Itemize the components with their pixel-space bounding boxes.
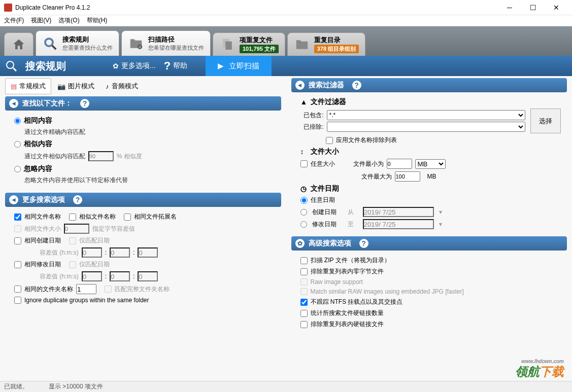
same-size-check (14, 225, 21, 232)
scan-now-button[interactable]: ▶ 立即扫描 (206, 56, 272, 76)
folder-depth-input[interactable] (76, 284, 96, 294)
music-icon: ♪ (106, 83, 109, 90)
close-button[interactable]: ✕ (545, 0, 568, 15)
tab-home[interactable] (4, 32, 33, 56)
tol-s-input2 (138, 271, 158, 281)
svg-line-1 (52, 45, 56, 49)
clock-icon: ◷ (300, 185, 308, 193)
status-display: 显示 >10000 项文件 (49, 382, 103, 391)
modified-date-radio[interactable] (300, 221, 307, 228)
tab-scan-path[interactable]: 扫描路径 您希望在哪里查找文件 (121, 30, 211, 56)
tab-subtitle: 您希望在哪里查找文件 (148, 44, 204, 52)
chevron-icon[interactable]: ◄ (295, 81, 305, 90)
menu-help[interactable]: 帮助(H) (87, 16, 108, 25)
tab-title: 重复目录 (314, 35, 359, 45)
right-column: ◄ 搜索过滤器 ? ▲文件过滤器 已包含: *.* 已排除: 选择 (286, 76, 573, 380)
help-icon[interactable]: ? (73, 195, 82, 204)
ignore-content-label: 忽略内容 (24, 164, 52, 173)
same-mdate-check[interactable] (14, 261, 21, 268)
tol-m-input2 (110, 271, 130, 281)
advanced-header: ✿ 高级搜索选项 ? (291, 236, 567, 251)
filter-icon: ▲ (300, 98, 308, 106)
min-unit-select[interactable]: MB (415, 159, 446, 169)
similar-content-radio[interactable] (14, 141, 21, 148)
titlebar: Duplicate Cleaner Pro 4.1.2 ─ ☐ ✕ (0, 0, 572, 15)
date-from-input[interactable] (363, 207, 434, 217)
menu-view[interactable]: 视图(V) (31, 16, 51, 25)
mode-normal[interactable]: ▤ 常规模式 (5, 78, 51, 94)
help-icon[interactable]: ? (359, 239, 368, 248)
ignore-content-radio[interactable] (14, 166, 21, 172)
count-hardlinks-check[interactable] (300, 310, 308, 317)
any-size-check[interactable] (300, 160, 308, 167)
no-ntfs-check[interactable] (300, 299, 308, 306)
help-icon[interactable]: ? (80, 99, 89, 108)
camera-icon: 📷 (57, 83, 65, 90)
files-icon (219, 37, 235, 53)
exclude-zero-check[interactable] (300, 268, 308, 275)
window-title: Duplicate Cleaner Pro 4.1.2 (15, 4, 498, 11)
maximize-button[interactable]: ☐ (521, 0, 545, 15)
any-date-radio[interactable] (300, 197, 308, 204)
same-ext-check[interactable] (124, 213, 131, 221)
count-badge: 101,795 文件 (240, 45, 279, 53)
ignore-groups-check[interactable] (14, 297, 21, 304)
same-folder-check[interactable] (14, 286, 21, 293)
included-select[interactable]: *.* (327, 110, 526, 120)
max-size-input[interactable] (395, 171, 420, 182)
date-to-input[interactable] (363, 219, 434, 229)
select-filter-button[interactable]: 选择 (530, 109, 561, 133)
resize-icon: ↕ (300, 148, 308, 156)
same-cdate-check[interactable] (14, 237, 21, 244)
svg-point-5 (7, 61, 14, 68)
exclude-hardlinks-check[interactable] (300, 321, 308, 328)
help-icon: ? (164, 59, 171, 73)
tol-m-input (110, 247, 130, 258)
more-search-header: ◄ 更多搜索选项 ? (5, 193, 281, 207)
menubar: 文件(F) 视图(V) 选项(O) 帮助(H) (0, 15, 572, 26)
chevron-icon[interactable]: ◄ (9, 99, 18, 108)
calendar-icon: ▾ (439, 221, 442, 228)
minimize-button[interactable]: ─ (498, 0, 521, 15)
app-icon (4, 4, 12, 12)
min-size-input[interactable] (387, 159, 412, 169)
raw-match-check (300, 288, 308, 295)
excluded-select[interactable] (327, 122, 526, 132)
chevron-icon[interactable]: ◄ (9, 195, 18, 204)
filters-header: ◄ 搜索过滤器 ? (291, 78, 567, 92)
folder-icon (128, 35, 144, 52)
more-options-button[interactable]: ✿ 更多选项... (113, 61, 156, 70)
menu-options[interactable]: 选项(O) (58, 16, 79, 25)
tab-title: 搜索规则 (62, 35, 113, 44)
same-content-desc: 通过文件精确内容匹配 (24, 128, 275, 136)
left-column: ▤ 常规模式 📷 图片模式 ♪ 音频模式 ◄ 查找以下文件： ? 相同内容 通过… (0, 76, 286, 380)
statusbar: 已就绪。 显示 >10000 项文件 (0, 381, 572, 392)
folders-icon (294, 37, 310, 53)
play-icon: ▶ (218, 61, 224, 70)
mode-image[interactable]: 📷 图片模式 (52, 78, 99, 94)
mode-audio[interactable]: ♪ 音频模式 (100, 78, 143, 94)
size-tolerance-input (64, 224, 89, 234)
tab-search-rules[interactable]: 搜索规则 您需要查找什么文件 (36, 30, 119, 56)
toolbar: 搜索规则 ✿ 更多选项... ? 帮助 ▶ 立即扫描 (0, 56, 572, 76)
raw-support-check (300, 278, 308, 286)
menu-file[interactable]: 文件(F) (4, 16, 24, 25)
help-icon[interactable]: ? (352, 81, 361, 90)
tab-duplicate-files[interactable]: 项重复文件 101,795 文件 (213, 32, 285, 56)
tab-subtitle: 您需要查找什么文件 (62, 44, 113, 52)
home-icon (11, 37, 27, 53)
similarity-input[interactable] (88, 151, 114, 161)
apply-exclusion-check[interactable] (326, 137, 333, 144)
similar-name-check[interactable] (69, 213, 76, 221)
mode-tabs: ▤ 常规模式 📷 图片模式 ♪ 音频模式 (5, 78, 281, 94)
match-full-folder-check (105, 286, 112, 293)
same-content-radio[interactable] (14, 118, 21, 124)
scan-zip-check[interactable] (300, 257, 308, 264)
help-button[interactable]: ? 帮助 (164, 59, 187, 73)
created-date-radio[interactable] (300, 209, 307, 216)
gear-icon[interactable]: ✿ (295, 239, 305, 248)
content-area: ▤ 常规模式 📷 图片模式 ♪ 音频模式 ◄ 查找以下文件： ? 相同内容 通过… (0, 76, 572, 380)
tab-duplicate-dirs[interactable]: 重复目录 378 组目录组别 (287, 32, 365, 56)
svg-line-6 (13, 68, 16, 71)
same-name-check[interactable] (14, 213, 21, 221)
